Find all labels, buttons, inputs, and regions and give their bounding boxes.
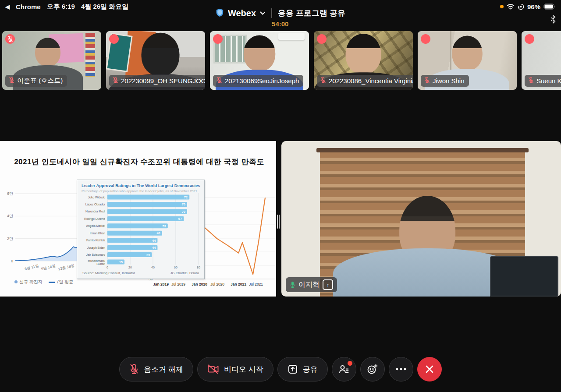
- participant-tile[interactable]: Jiwon Shin: [418, 31, 517, 90]
- header-divider: [271, 8, 272, 18]
- date: 4월 26일 화요일: [81, 3, 128, 11]
- participant-name: Jiwon Shin: [433, 77, 465, 85]
- svg-text:70: 70: [182, 202, 185, 206]
- chevron-down-icon[interactable]: [260, 11, 266, 15]
- participant-name-pill: 202130069SeoJinJoseph: [213, 75, 303, 87]
- participant-name-pill: Jiwon Shin: [421, 75, 469, 87]
- participant-name: 이준표 (호스트): [17, 77, 63, 85]
- participant-tile[interactable]: Sueun KI: [522, 31, 561, 90]
- svg-text:Source: Morning Consult, Indik: Source: Morning Consult, Indikator: [82, 271, 135, 275]
- svg-text:53: 53: [162, 224, 166, 228]
- svg-text:80: 80: [197, 266, 200, 269]
- bar-chart-subtitle: Percentage of population who approve the…: [82, 189, 202, 193]
- webex-menu[interactable]: Webex: [228, 8, 256, 18]
- mic-muted-icon: [9, 77, 14, 85]
- participants-button[interactable]: [332, 357, 356, 381]
- svg-text:Joko Widodo: Joko Widodo: [88, 196, 106, 199]
- speaker-name-pill: 이지혁 ↑: [286, 277, 337, 292]
- legend-line-icon: [49, 282, 55, 283]
- svg-text:15: 15: [119, 260, 123, 264]
- svg-text:Jan 2021: Jan 2021: [231, 282, 246, 286]
- mic-off-icon: [129, 364, 139, 375]
- svg-text:Jul 2020: Jul 2020: [210, 282, 224, 286]
- svg-text:70: 70: [182, 210, 185, 214]
- svg-text:40: 40: [151, 266, 155, 269]
- muted-badge-icon: [421, 34, 430, 44]
- svg-text:Jair Bolsonaro: Jair Bolsonaro: [86, 253, 106, 256]
- participant-name: 202230099_OH SEUNGJOON: [121, 77, 205, 85]
- unmute-button[interactable]: 음소거 해제: [119, 357, 193, 381]
- participant-filmstrip: 이준표 (호스트) 202230099_OH SEUNGJOON 2: [0, 31, 561, 90]
- muted-badge-icon: [5, 34, 15, 44]
- mic-muted-icon: [528, 77, 534, 85]
- muted-badge-icon: [317, 34, 327, 44]
- participant-name: Sueun KI: [536, 77, 561, 85]
- participant-tile[interactable]: 202130069SeoJinJoseph: [210, 31, 309, 90]
- svg-text:Jul 2019: Jul 2019: [171, 282, 185, 286]
- more-button[interactable]: [389, 357, 413, 381]
- bluetooth-icon: [550, 15, 556, 25]
- battery-icon: [543, 4, 556, 10]
- speaker-name: 이지혁: [298, 280, 320, 290]
- svg-text:JG Chart/D. Bisara: JG Chart/D. Bisara: [170, 271, 199, 275]
- svg-text:Joseph Biden: Joseph Biden: [87, 246, 105, 250]
- webex-shield-icon: [216, 8, 224, 18]
- back-to-app[interactable]: Chrome: [16, 3, 41, 11]
- start-video-label: 비디오 시작: [224, 364, 263, 374]
- share-button[interactable]: 공유: [277, 357, 328, 381]
- more-icon: [396, 368, 406, 371]
- camera-off-icon: [207, 364, 219, 374]
- svg-text:39: 39: [146, 253, 150, 257]
- unmute-label: 음소거 해제: [144, 364, 183, 374]
- close-icon: [425, 364, 434, 374]
- mic-muted-icon: [424, 77, 430, 85]
- svg-text:Imran Khan: Imran Khan: [90, 232, 105, 235]
- desk-monitor: [490, 256, 558, 297]
- active-speaker-video[interactable]: 이지혁 ↑: [281, 141, 561, 297]
- pane-resize-handle[interactable]: [277, 215, 280, 229]
- participant-name-pill: 202230086_Vincentia Virginia: [317, 75, 413, 87]
- share-icon: [288, 364, 298, 374]
- svg-text:Angela Merkel: Angela Merkel: [86, 224, 106, 228]
- svg-text:0: 0: [107, 266, 108, 269]
- muted-badge-icon: [213, 34, 223, 44]
- main-content-row: 2021년 인도네시아 일일 신규확진자 수 조꼬위 대통령에 대한 국정 만족…: [0, 141, 561, 297]
- sharing-indicator-icon: ↑: [323, 279, 333, 290]
- svg-text:72: 72: [184, 195, 188, 199]
- slide-title-right: 조꼬위 대통령에 대한 국정 만족도: [147, 157, 265, 167]
- svg-text:Jan 2020: Jan 2020: [192, 282, 207, 286]
- svg-text:9월 14일: 9월 14일: [41, 263, 56, 271]
- svg-text:60: 60: [174, 266, 178, 269]
- meeting-toolbar: 음소거 해제 비디오 시작 공유: [0, 357, 561, 381]
- back-icon: ◀: [5, 4, 10, 10]
- bar-chart-title: Leader Approval Ratings in The World Lar…: [82, 183, 202, 188]
- mic-muted-icon: [320, 77, 326, 85]
- participant-tile[interactable]: 202230099_OH SEUNGJOON: [106, 31, 205, 90]
- approval-bar-chart: 020406080Joko Widodo72López Obrador70Nar…: [77, 180, 204, 279]
- mic-in-use-indicator: [500, 5, 504, 8]
- webex-title-bar: Webex 응용 프로그램 공유: [216, 8, 345, 18]
- reactions-button[interactable]: [360, 357, 385, 381]
- legend-dot-icon: [14, 280, 18, 283]
- start-video-button[interactable]: 비디오 시작: [197, 357, 273, 381]
- wifi-icon: [507, 4, 515, 10]
- leave-meeting-button[interactable]: [417, 357, 442, 381]
- svg-text:44: 44: [152, 239, 156, 243]
- mic-muted-icon: [113, 77, 118, 85]
- share-mode-title: 응용 프로그램 공유: [278, 8, 345, 18]
- meeting-screen: ◀ Chrome 오후 6:19 4월 26일 화요일 96%: [0, 0, 561, 392]
- muted-badge-icon: [109, 34, 119, 44]
- mic-on-icon: [290, 281, 295, 289]
- approval-bar-chart-panel: 020406080Joko Widodo72López Obrador70Nar…: [77, 180, 205, 279]
- svg-text:Jan 2019: Jan 2019: [153, 282, 169, 286]
- participant-tile[interactable]: 202230086_Vincentia Virginia: [314, 31, 413, 90]
- notification-dot: [347, 360, 353, 367]
- participant-name-pill: 202230099_OH SEUNGJOON: [109, 75, 205, 87]
- slide-title-left: 2021년 인도네시아 일일 신규확진자 수: [9, 157, 153, 167]
- battery-percent: 96%: [527, 3, 540, 11]
- participant-name: 202130069SeoJinJoseph: [225, 77, 299, 85]
- svg-text:MuhammaduBuhari: MuhammaduBuhari: [88, 259, 105, 265]
- participant-tile[interactable]: 이준표 (호스트): [2, 31, 101, 90]
- participant-name: 202230086_Vincentia Virginia: [329, 77, 413, 85]
- svg-text:López Obrador: López Obrador: [85, 203, 106, 206]
